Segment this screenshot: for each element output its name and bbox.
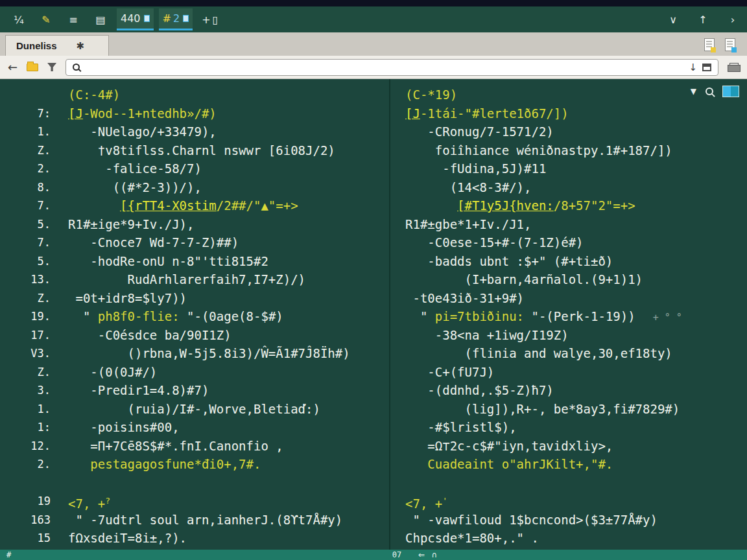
code-line: V3. ()rbna,W-5j5.8i3)/Ŵ=Ã1#7Ĵ8Ïh#) xyxy=(0,344,389,363)
copy-page-icon[interactable] xyxy=(704,38,715,51)
code-line: 17. -C0ésdce ba/90I1Z) xyxy=(0,326,389,345)
down-arrow-icon[interactable]: ↓ xyxy=(689,62,697,73)
navigation-bar: ← ↓ xyxy=(0,56,747,79)
line-number: 3. xyxy=(0,381,51,400)
code-line: -38<na +1iwg/I19Z) xyxy=(405,326,747,345)
code-line: -badds ubnt :$+" (#+ti±ð) xyxy=(405,252,747,271)
line-number: 163 xyxy=(0,511,51,530)
code-line: 2. pestagagosfune*đi0+,7#. xyxy=(0,455,389,474)
line-number: 19. xyxy=(0,307,51,326)
code-line: -C0ese-15+#-(7-1Z)é#) xyxy=(405,233,747,252)
new-page-icon[interactable] xyxy=(725,38,735,51)
status-bar: # 07 ⇐ ∩ xyxy=(0,550,747,560)
code-line: 1. (ruia)/I#-,Worve,Bletiaď:) xyxy=(0,400,389,419)
sheet-currency-icon[interactable]: # 2 xyxy=(159,8,193,30)
folder-icon[interactable] xyxy=(27,64,38,71)
code-line: 5. -hodRe-onU n-8"'tti815#2 xyxy=(0,252,389,271)
code-line: <7, +' xyxy=(405,492,747,511)
line-number: Z. xyxy=(0,363,51,382)
address-search-box[interactable]: ↓ xyxy=(65,59,718,76)
line-number: 7. xyxy=(0,196,51,215)
digit-glyph: 2 xyxy=(173,12,180,25)
code-line: 19. " ph8f0-flie: "-(0age(8-$#) xyxy=(0,307,389,326)
back-icon[interactable]: ← xyxy=(8,62,18,73)
arrow-up-icon[interactable]: ↑ xyxy=(696,8,709,30)
code-line: -(ddnhd,.$5-Z)ħ7) xyxy=(405,381,747,400)
line-number: 12. xyxy=(0,437,51,456)
list-icon[interactable]: ≡ xyxy=(62,8,84,30)
search-input[interactable] xyxy=(85,62,683,73)
doc-glyph: ▯ xyxy=(213,14,219,26)
tab-bar: Duneliss ✱ xyxy=(0,32,747,56)
code-line: 7. [{rTT4-X0stim/2##/"▲"=+> xyxy=(0,196,389,215)
code-line: =Ω⊤2c-c$#"iyn,tavidxliy>, xyxy=(405,437,747,456)
code-line: " pi=7tbiðinu: "-(Perk-1-19)) + ° ° xyxy=(405,307,747,326)
tab-label: Duneliss xyxy=(16,40,57,51)
plus-glyph: + xyxy=(202,14,210,26)
code-line: 8. ((#*2-3))/), xyxy=(0,178,389,197)
code-line: 7. -Cnoce7 Wd-7-7-Z)##) xyxy=(0,233,389,252)
blue-chip-icon xyxy=(144,15,150,22)
code-line: 12. =Π+7Cē8S$#*.fnI.Canonfio , xyxy=(0,437,389,456)
code-line: (C:-4#) xyxy=(0,86,389,104)
line-number: 1. xyxy=(0,122,51,141)
line-number: Z. xyxy=(0,289,51,308)
edit-note-icon[interactable]: ✎ xyxy=(35,8,57,30)
code-line: 19<7, +? xyxy=(0,492,389,511)
minimap-right xyxy=(731,86,739,97)
code-line: 1. -NUelago/+33479), xyxy=(0,122,389,141)
line-number: 8. xyxy=(0,178,51,197)
gear-icon[interactable]: ✱ xyxy=(77,40,85,52)
hash-glyph: # xyxy=(163,12,171,25)
code-pane-right[interactable]: (C-*19)[J-1tái-"#lerte1ð67/]) -CRonug/7-… xyxy=(389,79,747,550)
line-number: 17. xyxy=(0,326,51,345)
status-back-icon[interactable]: ⇐ xyxy=(418,550,425,559)
code-line: Chpcsde*1=80+,." . xyxy=(405,529,747,548)
save-icon[interactable]: ▤ xyxy=(89,8,112,30)
diff-content: (C:-4#)7:[J-Wod--1+ntedhb»/#)1. -NUelago… xyxy=(0,79,747,550)
code-line: Z. =0t+idr8=$ly7)) xyxy=(0,289,389,308)
window-icon[interactable] xyxy=(702,64,711,71)
code-pane-left[interactable]: (C:-4#)7:[J-Wod--1+ntedhb»/#)1. -NUelago… xyxy=(0,79,389,550)
insert-doc-icon[interactable]: + ▯ xyxy=(198,8,222,30)
minimap-swatch[interactable] xyxy=(722,86,739,97)
code-line: [J-1tái-"#lerte1ð67/]) xyxy=(405,104,747,123)
line-number xyxy=(0,474,51,493)
status-arc-icon[interactable]: ∩ xyxy=(431,550,437,559)
code-440-icon[interactable]: 440 xyxy=(117,8,154,30)
code-line: 3. -Predir1=4.8)#7) xyxy=(0,381,389,400)
code-line: -CRonug/7-1571/2) xyxy=(405,122,747,141)
line-number: 2. xyxy=(0,159,51,178)
chevron-down-icon[interactable]: ∨ xyxy=(667,8,680,30)
status-left: # xyxy=(6,550,11,559)
code-440-label: 440 xyxy=(121,12,141,25)
code-line xyxy=(0,474,389,493)
code-line: -t0e43ið-31+9#) xyxy=(405,289,747,308)
code-line: Cuadeaint o"ahrJKilt+,"#. xyxy=(405,455,747,474)
code-line: 15fΩxsdeiT=8i±,?). xyxy=(0,529,389,548)
code-line: -#$lristl$), xyxy=(405,418,747,437)
status-center: 07 xyxy=(392,550,401,559)
code-line: 1: -poisins#00, xyxy=(0,418,389,437)
code-line: (I+barn,4arñalol.(9+1)1) xyxy=(405,270,747,289)
dropdown-icon[interactable]: ▼ xyxy=(691,87,696,96)
code-line: 13. RudArhlarerfaih7,I7+Z)/) xyxy=(0,270,389,289)
line-number: 15 xyxy=(0,529,51,548)
printer-icon[interactable] xyxy=(728,63,739,72)
zoom-icon[interactable] xyxy=(706,88,713,95)
tab-active[interactable]: Duneliss ✱ xyxy=(5,35,109,56)
code-line: [#T1y5J{hven:/8+57"2"=+> xyxy=(405,196,747,215)
filter-icon[interactable] xyxy=(47,63,56,71)
line-number: 13. xyxy=(0,270,51,289)
fraction-icon[interactable]: ¼ xyxy=(8,8,30,30)
code-line: (lig]),R+-, be*8ay3,fi#7829#) xyxy=(405,400,747,419)
line-number: 7: xyxy=(0,104,51,123)
chevron-right-icon[interactable]: › xyxy=(726,8,739,30)
search-icon xyxy=(73,64,80,71)
code-line: Z. -(0(0J#/) xyxy=(0,363,389,382)
line-number: 7. xyxy=(0,233,51,252)
code-line: R1#±gbe*1+Iv./J1, xyxy=(405,215,747,234)
minimap-left xyxy=(723,86,731,97)
code-line: 2. -falice-58/7) xyxy=(0,159,389,178)
line-number: 2. xyxy=(0,455,51,474)
